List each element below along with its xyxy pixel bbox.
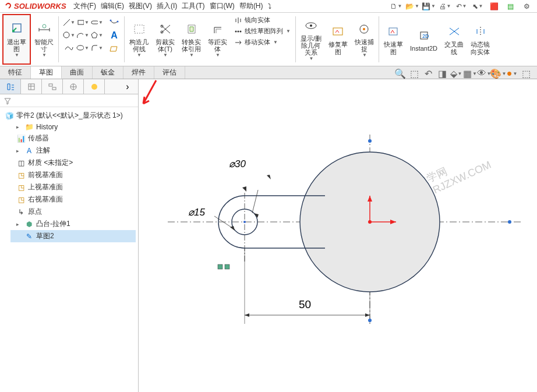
- menu-search[interactable]: ⤵: [268, 2, 271, 10]
- ellipse-icon[interactable]: ▼: [76, 42, 89, 54]
- zoom-area-icon[interactable]: ⬚: [409, 68, 419, 79]
- tab-weldment[interactable]: 焊件: [123, 66, 154, 79]
- filter-bar[interactable]: [0, 94, 138, 107]
- construction-geom-button[interactable]: 构造几 何线▼: [126, 14, 152, 65]
- prev-view-icon[interactable]: ↶: [423, 68, 433, 79]
- tab-sheetmetal[interactable]: 钣金: [93, 66, 123, 79]
- dynamic-mirror-button[interactable]: 动态镜 向实体: [467, 14, 493, 65]
- print-icon[interactable]: 🖨▼: [439, 1, 451, 12]
- repair-sketch-button[interactable]: 修复草 图: [325, 14, 351, 65]
- svg-point-44: [368, 220, 372, 224]
- tree-top-plane[interactable]: ◳上视基准面: [2, 181, 136, 193]
- offset-button[interactable]: 等距实 体▼: [204, 14, 231, 65]
- svg-rect-3: [91, 21, 98, 24]
- rapid-icon: [385, 23, 401, 40]
- tab-surface[interactable]: 曲面: [62, 66, 93, 79]
- circle-icon[interactable]: ▼: [62, 29, 75, 41]
- quick-snap-button[interactable]: 快速捕 捉▼: [351, 14, 377, 65]
- linear-pattern-button[interactable]: 线性草图阵列▼: [232, 26, 293, 36]
- open-icon[interactable]: 📂▼: [407, 1, 418, 12]
- polygon-icon[interactable]: ▼: [90, 29, 103, 41]
- menu-insert[interactable]: 插入(I): [157, 1, 177, 11]
- svg-rect-23: [29, 84, 34, 90]
- tab-sketch[interactable]: 草图: [31, 66, 62, 79]
- new-icon[interactable]: 🗋▼: [390, 1, 402, 12]
- sketch-tools-grid: ▼ ▼ ▼ ▼ ▼ ▼ ▼ ▼: [60, 14, 105, 65]
- smart-dimension-button[interactable]: 智能尺 寸▼: [31, 14, 57, 65]
- red-arrow-annotation: [139, 79, 162, 108]
- svg-point-19: [363, 28, 365, 30]
- rebuild-icon[interactable]: 🟥: [488, 1, 500, 12]
- convert-button[interactable]: 转换实 体引用▼: [178, 14, 204, 65]
- slot-icon[interactable]: ▼: [90, 16, 103, 28]
- scene-icon[interactable]: 🎨▼: [493, 68, 503, 79]
- menu-tools[interactable]: 工具(T): [182, 1, 204, 11]
- tree-sketch2[interactable]: ✎草图2: [10, 230, 136, 242]
- tree-material[interactable]: ◫材质 <未指定>: [2, 157, 136, 169]
- rapid-sketch-button[interactable]: 快速草 图: [380, 14, 407, 65]
- tree-sensor[interactable]: 📊传感器: [2, 132, 136, 144]
- hide-show-icon[interactable]: 👁▼: [479, 68, 489, 79]
- dim-tab[interactable]: [63, 79, 84, 94]
- render-icon[interactable]: ⬚: [521, 68, 531, 79]
- tree-annotations[interactable]: ▸A注解: [2, 144, 136, 157]
- svg-point-41: [508, 220, 511, 224]
- svg-point-40: [368, 319, 372, 322]
- trim-button[interactable]: 剪裁实 体(T)▼: [152, 14, 178, 65]
- mirror-button[interactable]: 镜向实体: [232, 15, 293, 25]
- svg-rect-2: [78, 20, 84, 24]
- menu-window[interactable]: 窗口(W): [210, 1, 235, 11]
- tree-origin[interactable]: ↳原点: [2, 206, 136, 218]
- exit-sketch-button[interactable]: 退出草 图▼: [2, 14, 31, 65]
- save-icon[interactable]: 💾▼: [423, 1, 434, 12]
- section-icon[interactable]: ◨: [437, 68, 447, 79]
- offset-icon: [210, 21, 226, 37]
- zoom-icon[interactable]: 🔍: [395, 68, 405, 79]
- menu-file[interactable]: 文件(F): [73, 1, 96, 11]
- select-icon[interactable]: ⬉▼: [472, 1, 483, 12]
- menu-help[interactable]: 帮助(H): [239, 1, 263, 11]
- tree-history[interactable]: ▸📁History: [2, 122, 136, 132]
- transform-group: 镜向实体 线性草图阵列▼ 移动实体▼: [231, 14, 294, 65]
- tree-extrude[interactable]: ▸⬢凸台-拉伸1: [2, 218, 136, 230]
- view-orient-icon[interactable]: ⬙▼: [451, 68, 461, 79]
- appearance-icon[interactable]: ●▼: [507, 68, 517, 79]
- point-icon[interactable]: [108, 16, 121, 28]
- tree-root[interactable]: 🧊零件2 (默认<<默认>_显示状态 1>): [2, 110, 136, 122]
- spline-icon[interactable]: [62, 42, 75, 54]
- svg-point-16: [310, 24, 312, 27]
- tree-right-plane[interactable]: ◳右视基准面: [2, 193, 136, 206]
- move-button[interactable]: 移动实体▼: [232, 37, 293, 47]
- property-tab[interactable]: [21, 79, 42, 94]
- tab-features[interactable]: 特征: [0, 66, 31, 79]
- smart-dim-icon: [36, 21, 52, 37]
- appearance-tab[interactable]: [84, 79, 105, 94]
- tab-evaluate[interactable]: 评估: [154, 66, 185, 79]
- cross-curve-button[interactable]: 交叉曲 线: [441, 14, 467, 65]
- options-green-icon[interactable]: ▤: [504, 1, 516, 12]
- tree-front-plane[interactable]: ◳前视基准面: [2, 169, 136, 181]
- instant2d-button[interactable]: 2D Instant2D: [407, 14, 441, 65]
- menu-edit[interactable]: 编辑(E): [101, 1, 124, 11]
- settings-icon[interactable]: ⚙: [521, 1, 532, 12]
- exit-sketch-icon: [9, 21, 25, 37]
- undo-icon[interactable]: ↶▼: [455, 1, 467, 12]
- line-icon[interactable]: ▼: [62, 16, 75, 28]
- expand-tab[interactable]: ›: [117, 79, 138, 94]
- graphics-area[interactable]: 软件自学网 WWW.RJZXW.COM: [139, 79, 537, 392]
- rect-icon[interactable]: ▼: [76, 16, 89, 28]
- display-relations-button[interactable]: 显示/删 除几何 关系▼: [297, 14, 325, 65]
- plane-icon[interactable]: [108, 43, 121, 55]
- text-icon[interactable]: A: [108, 30, 121, 41]
- svg-point-39: [368, 139, 372, 143]
- svg-point-1: [43, 24, 46, 28]
- menu-view[interactable]: 视图(V): [129, 1, 152, 11]
- display-style-icon[interactable]: ▦▼: [465, 68, 475, 79]
- svg-point-27: [91, 84, 97, 90]
- arc-icon[interactable]: ▼: [76, 29, 89, 41]
- feature-manager: › 🧊零件2 (默认<<默认>_显示状态 1>) ▸📁History 📊传感器 …: [0, 79, 139, 392]
- panel-tabs: ›: [0, 79, 138, 94]
- config-tab[interactable]: [42, 79, 63, 94]
- feature-tree-tab[interactable]: [0, 79, 21, 94]
- fillet-icon[interactable]: ▼: [90, 42, 103, 54]
